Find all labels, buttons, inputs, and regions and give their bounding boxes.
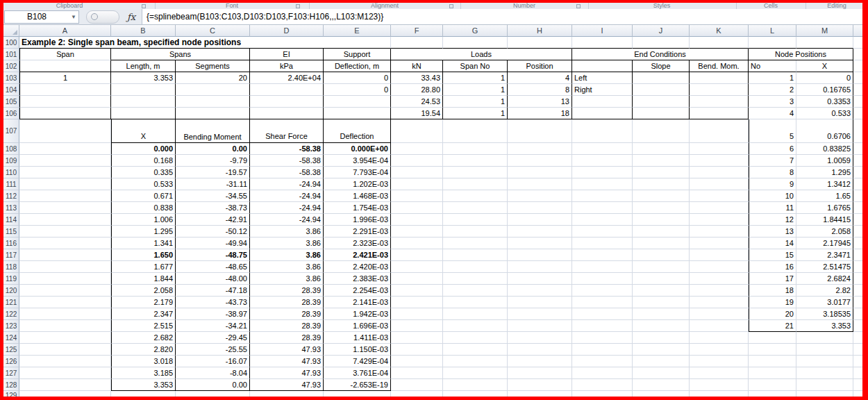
- cell-H127[interactable]: [508, 367, 572, 379]
- cell-G110[interactable]: [443, 167, 508, 178]
- cell-D105[interactable]: [250, 96, 324, 108]
- cell-M128[interactable]: [796, 379, 853, 391]
- cell-H111[interactable]: [508, 178, 572, 190]
- cell-D103[interactable]: 2.40E+04: [250, 72, 324, 84]
- name-box-dropdown-icon[interactable]: ▼: [69, 14, 78, 20]
- cell-L108[interactable]: 6: [749, 143, 796, 155]
- cell-B126[interactable]: 3.018: [111, 356, 176, 367]
- cell-G115[interactable]: [443, 226, 508, 238]
- cell-A103[interactable]: 1: [19, 72, 111, 84]
- cell-K123[interactable]: [690, 320, 749, 332]
- cell-G103[interactable]: 1: [443, 72, 508, 84]
- cell-B113[interactable]: 0.838: [111, 202, 176, 214]
- cell-H117[interactable]: [508, 249, 572, 261]
- select-all-button[interactable]: [3, 25, 19, 37]
- column-header-B[interactable]: B: [111, 25, 176, 37]
- cell-C120[interactable]: -47.18: [176, 285, 250, 297]
- cell-C103[interactable]: 20: [176, 72, 250, 84]
- cell-F115[interactable]: [391, 226, 443, 238]
- cell-H123[interactable]: [508, 320, 572, 332]
- cell-B116[interactable]: 1.341: [111, 238, 176, 249]
- cell-E126[interactable]: 7.429E-04: [324, 356, 391, 367]
- cell-J121[interactable]: [633, 297, 690, 308]
- cell-I110[interactable]: [572, 167, 633, 178]
- cell-L128[interactable]: [749, 379, 796, 391]
- cell-A114[interactable]: [19, 214, 111, 226]
- cell-L122[interactable]: 20: [749, 308, 796, 320]
- cell-A122[interactable]: [19, 308, 111, 320]
- cell-E112[interactable]: 1.468E-03: [324, 190, 391, 202]
- cell-D124[interactable]: 28.39: [250, 332, 324, 344]
- row-header-106[interactable]: 106: [3, 108, 19, 119]
- cell-F103[interactable]: 33.43: [391, 72, 443, 84]
- cell-A118[interactable]: [19, 261, 111, 273]
- cell-I111[interactable]: [572, 178, 633, 190]
- cell-G108[interactable]: [443, 143, 508, 155]
- cell-D114[interactable]: -24.94: [250, 214, 324, 226]
- cell-L127[interactable]: [749, 367, 796, 379]
- row-header-101[interactable]: 101: [3, 49, 19, 60]
- cell-J107[interactable]: [633, 119, 690, 143]
- cell-M119[interactable]: 2.6824: [796, 273, 853, 285]
- cell-E124[interactable]: 1.411E-03: [324, 332, 391, 344]
- column-header-H[interactable]: H: [508, 25, 572, 37]
- cell-B103[interactable]: 3.353: [111, 72, 176, 84]
- cell-A109[interactable]: [19, 155, 111, 167]
- cell-I125[interactable]: [572, 344, 633, 356]
- cell-B118[interactable]: 1.677: [111, 261, 176, 273]
- cell-K113[interactable]: [690, 202, 749, 214]
- cell-D115[interactable]: 3.86: [250, 226, 324, 238]
- cell-I107[interactable]: [572, 119, 633, 143]
- cell-K110[interactable]: [690, 167, 749, 178]
- cell-C104[interactable]: [176, 84, 250, 96]
- cell-L120[interactable]: 18: [749, 285, 796, 297]
- cell-H114[interactable]: [508, 214, 572, 226]
- cell-K124[interactable]: [690, 332, 749, 344]
- cell-F114[interactable]: [391, 214, 443, 226]
- cell-K115[interactable]: [690, 226, 749, 238]
- cell-H103[interactable]: 4: [508, 72, 572, 84]
- row-header-114[interactable]: 114: [3, 214, 19, 226]
- cell-J108[interactable]: [633, 143, 690, 155]
- cell-D120[interactable]: 28.39: [250, 285, 324, 297]
- cell-K100[interactable]: [690, 37, 749, 49]
- cell-H107[interactable]: [508, 119, 572, 143]
- cell-A123[interactable]: [19, 320, 111, 332]
- cell-M125[interactable]: [796, 344, 853, 356]
- cell-B117[interactable]: 1.650: [111, 249, 176, 261]
- row-header-117[interactable]: 117: [3, 249, 19, 261]
- cell-E125[interactable]: 1.150E-03: [324, 344, 391, 356]
- cell-G127[interactable]: [443, 367, 508, 379]
- cell-J115[interactable]: [633, 226, 690, 238]
- cell-H122[interactable]: [508, 308, 572, 320]
- cell-A120[interactable]: [19, 285, 111, 297]
- cell-L106[interactable]: 4: [749, 108, 796, 119]
- cell-H108[interactable]: [508, 143, 572, 155]
- cell-M107[interactable]: 0.6706: [796, 119, 853, 143]
- row-header-118[interactable]: 118: [3, 261, 19, 273]
- cell-F123[interactable]: [391, 320, 443, 332]
- column-header-C[interactable]: C: [176, 25, 250, 37]
- column-header-D[interactable]: D: [250, 25, 324, 37]
- row-header-126[interactable]: 126: [3, 356, 19, 367]
- cell-J124[interactable]: [633, 332, 690, 344]
- cell-A128[interactable]: [19, 379, 111, 391]
- cell-L102[interactable]: No: [749, 60, 796, 72]
- cell-M105[interactable]: 0.3353: [796, 96, 853, 108]
- cell-J112[interactable]: [633, 190, 690, 202]
- cell-E122[interactable]: 1.942E-03: [324, 308, 391, 320]
- row-header-107[interactable]: 107: [3, 119, 19, 143]
- row-header-123[interactable]: 123: [3, 320, 19, 332]
- cell-D107[interactable]: Shear Force: [250, 119, 324, 143]
- cell-I124[interactable]: [572, 332, 633, 344]
- cell-J100[interactable]: [633, 37, 690, 49]
- cell-J106[interactable]: [633, 108, 690, 119]
- insert-function-icon[interactable]: ƒx: [125, 12, 137, 22]
- cell-I108[interactable]: [572, 143, 633, 155]
- column-header-A[interactable]: A: [19, 25, 111, 37]
- cell-I118[interactable]: [572, 261, 633, 273]
- cell-L107[interactable]: 5: [749, 119, 796, 143]
- cell-C112[interactable]: -34.55: [176, 190, 250, 202]
- cell-F106[interactable]: 19.54: [391, 108, 443, 119]
- cell-M104[interactable]: 0.16765: [796, 84, 853, 96]
